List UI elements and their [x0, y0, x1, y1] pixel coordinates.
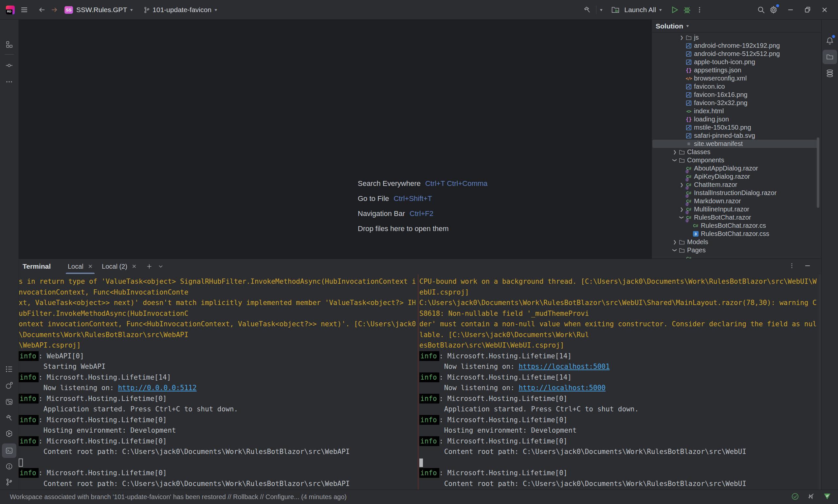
rollback-link[interactable]: Rollback [233, 493, 258, 500]
folder-icon [679, 248, 685, 253]
tree-chevron-icon[interactable]: ❯ [672, 157, 677, 164]
git-icon[interactable] [2, 475, 16, 489]
tree-item-apple-touch-icon-png[interactable]: apple-touch-icon.png [652, 58, 821, 66]
more-actions-kebab-icon[interactable] [693, 4, 706, 16]
tree-item-pages[interactable]: ❯Pages [652, 246, 821, 254]
build-chevron-down-icon[interactable]: ▼ [599, 8, 603, 12]
problems-icon[interactable] [2, 459, 16, 473]
tree-item-apikeydialog-razor[interactable]: C#@ApiKeyDialog.razor [652, 173, 821, 181]
tree-item-appsettings-json[interactable]: {}appsettings.json [652, 66, 821, 74]
terminal-hollow-cursor [19, 458, 23, 467]
branch-selector[interactable]: 101-update-favicon ▼ [143, 6, 218, 14]
project-badge[interactable]: SS [65, 6, 73, 14]
main-menu-hamburger-icon[interactable] [18, 4, 31, 16]
build-icon[interactable] [2, 411, 16, 425]
new-terminal-plus-icon[interactable] [146, 263, 153, 270]
highlighting-level-icon[interactable] [807, 492, 815, 502]
settings-gear-icon[interactable] [767, 4, 780, 16]
tree-item-android-chrome-192x192-png[interactable]: android-chrome-192x192.png [652, 41, 821, 50]
tree-item-chatitem-razor[interactable]: ❯C#@ChatItem.razor [652, 181, 821, 189]
tree-item-models[interactable]: ❯Models [652, 238, 821, 246]
tree-item-installinstructiondialog-razor[interactable]: C#@InstallInstructionDialog.razor [652, 189, 821, 197]
todo-list-icon[interactable] [2, 362, 16, 376]
tree-item-loading-json[interactable]: {}loading.json [652, 115, 821, 123]
solution-structure-icon[interactable] [2, 37, 16, 52]
tree-scrollbar-thumb[interactable] [817, 138, 819, 208]
notifications-icon[interactable] [823, 33, 837, 48]
tab-close-icon[interactable]: ✕ [88, 263, 93, 270]
terminal-url-link[interactable]: https://localhost:5001 [518, 363, 609, 371]
project-name[interactable]: SSW.Rules.GPT [76, 6, 127, 14]
more-icon[interactable] [2, 75, 16, 89]
terminal-warning-line: S8618: Non-nullable field '_mudThemeProv… [419, 308, 819, 319]
nuget-icon[interactable] [2, 378, 16, 393]
tree-chevron-icon[interactable]: ❯ [678, 35, 685, 40]
terminal-tab-local-2[interactable]: Local (2) ✕ [97, 259, 141, 274]
tree-item-favicon-16x16-png[interactable]: favicon-16x16.png [652, 91, 821, 99]
tree-item-multilineinput-razor[interactable]: ❯C#@MultilineInput.razor [652, 205, 821, 213]
tree-item-safari-pinned-tab-svg[interactable]: safari-pinned-tab.svg [652, 131, 821, 140]
tree-item-components[interactable]: ❯Components [652, 156, 821, 164]
info-level-badge: info [19, 415, 39, 425]
profiler-icon[interactable] [2, 395, 16, 409]
tree-chevron-icon[interactable]: ❯ [671, 149, 678, 155]
window-minimize-icon[interactable] [784, 4, 797, 16]
terminal-icon[interactable] [2, 444, 16, 458]
terminal-url-link[interactable]: http://0.0.0.0:5112 [118, 384, 196, 392]
inspections-ok-icon[interactable] [791, 492, 799, 502]
terminal-pane-webui[interactable]: CPU-bound work on a background thread. [… [418, 274, 819, 490]
tree-item[interactable]: C#@ [652, 254, 821, 258]
window-restore-icon[interactable] [801, 4, 814, 16]
tree-item-js[interactable]: ❯js [652, 33, 821, 41]
tree-chevron-icon[interactable]: ❯ [678, 182, 685, 187]
editor-empty-area[interactable]: Search EverywhereCtrl+T Ctrl+Comma Go to… [19, 20, 652, 258]
terminal-tabs-chevron-down-icon[interactable] [158, 263, 164, 270]
commit-icon[interactable] [2, 58, 16, 73]
tree-chevron-icon[interactable]: ❯ [678, 207, 685, 212]
tree-item-favicon-32x32-png[interactable]: favicon-32x32.png [652, 99, 821, 107]
configure-link[interactable]: Configure... [266, 493, 299, 500]
tree-item-index-html[interactable]: <>index.html [652, 107, 821, 115]
terminal-hide-icon[interactable] [804, 262, 812, 271]
debug-bug-icon[interactable] [681, 4, 693, 16]
tree-item-favicon-ico[interactable]: favicon.ico [652, 83, 821, 91]
tree-item-aboutappdialog-razor[interactable]: C#@AboutAppDialog.razor [652, 164, 821, 173]
tree-item-android-chrome-512x512-png[interactable]: android-chrome-512x512.png [652, 50, 821, 58]
run-config-chevron-down-icon[interactable]: ▼ [658, 8, 662, 12]
tree-item-classes[interactable]: ❯Classes [652, 148, 821, 156]
run-config-name[interactable]: Launch All [624, 6, 656, 14]
solution-panel-header[interactable]: Solution ▼ [652, 20, 821, 33]
tree-chevron-icon[interactable]: ❯ [679, 214, 684, 221]
terminal-text-line: Content root path: C:\Users\jack0\Docume… [419, 446, 819, 457]
project-chevron-down-icon[interactable]: ▼ [129, 8, 133, 12]
tree-item-rulesbotchat-razor[interactable]: ❯C#@RulesBotChat.razor [652, 213, 821, 221]
forward-arrow-icon[interactable] [48, 4, 60, 16]
tab-close-icon[interactable]: ✕ [132, 263, 137, 270]
tree-chevron-icon[interactable]: ❯ [672, 247, 677, 254]
run-icon[interactable] [2, 427, 16, 441]
tree-item-mstile-150x150-png[interactable]: mstile-150x150.png [652, 123, 821, 131]
terminal-pane-webapi[interactable]: s in return type of 'ValueTask<object> S… [19, 274, 415, 490]
terminal-tab-local[interactable]: Local ✕ [63, 259, 97, 274]
tree-item-rulesbotchat-razor-cs[interactable]: C#RulesBotChat.razor.cs [652, 221, 821, 230]
window-close-icon[interactable] [818, 4, 831, 16]
tree-item-rulesbotchat-razor-css[interactable]: 3RulesBotChat.razor.css [652, 230, 821, 238]
terminal-scrollbar-track[interactable] [819, 274, 821, 490]
back-arrow-icon[interactable] [36, 4, 48, 16]
tree-item-markdown-razor[interactable]: C#@Markdown.razor [652, 197, 821, 205]
tree-chevron-icon[interactable]: ❯ [671, 239, 678, 245]
folder-icon [686, 35, 692, 40]
build-hammer-icon[interactable] [581, 4, 593, 16]
database-icon[interactable] [823, 66, 837, 80]
terminal-url-link[interactable]: http://localhost:5000 [518, 384, 606, 392]
terminal-options-kebab-icon[interactable] [788, 263, 795, 270]
run-config-folder-icon[interactable] [609, 4, 622, 16]
search-icon[interactable] [755, 4, 767, 16]
tree-item-browserconfig-xml[interactable]: </>browserconfig.xml [652, 74, 821, 83]
run-play-icon[interactable] [668, 4, 681, 16]
solution-view-chevron-down-icon[interactable]: ▼ [685, 24, 690, 28]
solution-explorer-icon[interactable] [823, 50, 837, 64]
tree-item-site-webmanifest[interactable]: ≡site.webmanifest [652, 140, 821, 148]
solution-analysis-status-icon[interactable] [823, 492, 832, 502]
terminal-header: Terminal Local ✕ Local (2) ✕ [19, 259, 821, 274]
